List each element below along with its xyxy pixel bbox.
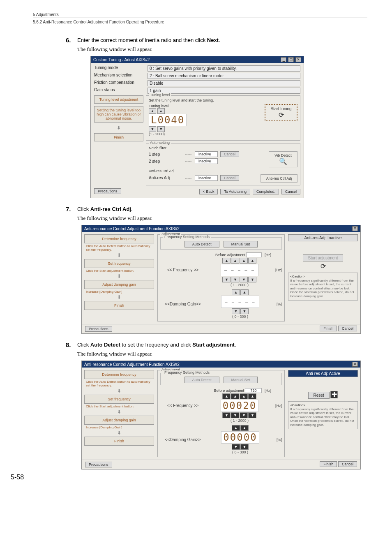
doc-section: 5 Adjustments	[33, 12, 367, 17]
anti-res-status: inactive	[195, 175, 218, 181]
win2-title: Anti-resonance Control Adjustment Functi…	[84, 227, 180, 231]
max-icon[interactable]: □	[288, 57, 294, 62]
before-freq: 720	[245, 388, 262, 393]
damp-display: -----	[221, 296, 259, 308]
anti-res-ctrl-adj-button[interactable]: Anti-res Ctrl Adj	[261, 174, 297, 183]
flow-determine: Determine frequency	[84, 370, 154, 379]
precautions-button[interactable]: Precautions	[85, 462, 112, 467]
finish-button[interactable]: Finish	[320, 326, 337, 331]
titlebar: Custom Tuning - Adust AXIS#2 _ □ ×	[91, 56, 304, 63]
cancel-btn[interactable]: Cancel	[220, 175, 239, 181]
cancel-button[interactable]: Cancel	[281, 189, 300, 194]
flow-note-1: Click the Auto Detect button to automati…	[84, 244, 154, 252]
win3-title: Anti-resonance Control Adjustment Functi…	[84, 362, 180, 367]
down-btn[interactable]: ▼	[157, 126, 165, 132]
auto-detect-button[interactable]: Auto Detect	[184, 241, 219, 247]
step-text-8: Click Auto Detect to set the frequency a…	[77, 341, 236, 348]
close-icon[interactable]: ×	[352, 226, 358, 231]
flow-setfreq: Set frequency	[84, 395, 154, 404]
start-adjustment-button[interactable]: Start adjustment	[303, 254, 344, 261]
reset-button[interactable]: Reset	[308, 392, 330, 399]
step-text-7: Click Anti-res Ctrl Adj.	[77, 206, 133, 213]
precautions-button[interactable]: Precautions	[94, 188, 121, 194]
flow-note-3: Increase [Damping Gain]	[84, 290, 154, 294]
step-num-7: 7.	[66, 206, 77, 213]
flow-determine: Determine frequency	[84, 234, 154, 243]
before-freq: ----	[246, 252, 262, 257]
step1-status: inactive	[195, 151, 218, 157]
tuning-mode: 0 : Set servo gains with priority given …	[148, 65, 300, 72]
manual-set-button: Manual Set	[224, 377, 258, 383]
win1-title: Custom Tuning - Adust AXIS#2	[93, 58, 150, 62]
cancel-button[interactable]: Cancel	[338, 326, 357, 331]
cancel-btn[interactable]: Cancel	[220, 151, 239, 157]
anti-resonance-window-1: Anti-resonance Control Adjustment Functi…	[81, 225, 361, 334]
finish-button[interactable]: Finish	[320, 461, 337, 467]
status-badge: Anti-res Adj: Active	[288, 370, 358, 377]
page-number: 5-58	[11, 474, 24, 481]
flow-finish: Finish	[84, 301, 154, 310]
caution-box: <Caution> If a frequency significantly d…	[288, 273, 358, 301]
step-num-6: 6.	[66, 37, 77, 44]
cancel-button[interactable]: Cancel	[338, 461, 357, 467]
damp-channel[interactable]: <<Damping Gain>>	[160, 437, 205, 442]
manual-set-button[interactable]: Manual Set	[224, 241, 258, 247]
friction: Disable	[148, 80, 300, 86]
completed-button[interactable]: Completed.	[253, 189, 279, 194]
down-btn[interactable]: ▼	[149, 126, 156, 132]
damp-channel[interactable]: <<Damping Gain>>	[160, 302, 205, 306]
vib-detect: Vib Detect 🔍	[269, 151, 297, 167]
precautions-button[interactable]: Precautions	[85, 326, 112, 332]
step-sub-6: The following window will appear.	[77, 46, 367, 53]
up-btn[interactable]: ▲	[157, 108, 165, 114]
freq-display: -----	[221, 264, 258, 276]
mechanism: 2 : Ball screw mechanism or linear motor	[148, 73, 300, 79]
flow-note-2: Click the Start adjustment button.	[84, 269, 154, 273]
close-icon[interactable]: ×	[352, 362, 358, 367]
freq-channel[interactable]: << Frequency >>	[160, 268, 205, 272]
down-arrow-icon: ⬇	[94, 125, 143, 131]
min-icon[interactable]: _	[281, 57, 286, 62]
step2-status: inactive	[195, 158, 218, 164]
flow-adjust: Adjust damping gain	[84, 416, 154, 425]
up-btn[interactable]: ▲	[149, 108, 156, 114]
start-tuning-button[interactable]: Start tuning ⟳	[265, 104, 297, 121]
flow-tuning-level: Tuning level adjustment	[94, 95, 143, 104]
tuning-level-display: L0040	[149, 114, 187, 126]
custom-tuning-window: Custom Tuning - Adust AXIS#2 _ □ × Tunin…	[90, 56, 304, 198]
freq-channel[interactable]: << Frequency >>	[160, 403, 205, 408]
flow-finish: Finish	[94, 133, 143, 141]
autotuning-button[interactable]: To Autotuning	[220, 189, 250, 194]
step-text-6: Enter the correct moment of inertia rati…	[77, 37, 220, 44]
step-sub-7: The following window will appear.	[77, 215, 367, 222]
anti-resonance-window-2: Anti-resonance Control Adjustment Functi…	[81, 361, 361, 469]
damp-display: 00000	[221, 431, 259, 444]
flow-setting-note: Setting the tuning level too high can ca…	[94, 106, 143, 123]
freq-display: 00020	[221, 400, 258, 412]
step-sub-8: The following window will appear.	[77, 351, 367, 357]
step-num-8: 8.	[66, 341, 77, 348]
auto-detect-button: Auto Detect	[184, 377, 219, 383]
doc-subsection: 5.6.2 Anti-Resonance Control Adjustment …	[33, 20, 367, 24]
status-badge: Anti-res Adj: Inactive	[288, 234, 358, 241]
close-icon[interactable]: ×	[295, 57, 301, 62]
flow-finish: Finish	[84, 437, 154, 446]
caution-box: <Caution> If a frequency significantly d…	[288, 401, 358, 429]
flow-setfreq: Set frequency	[84, 259, 154, 268]
back-button[interactable]: < Back	[199, 189, 218, 194]
flow-adjust: Adjust damping gain	[84, 280, 154, 289]
